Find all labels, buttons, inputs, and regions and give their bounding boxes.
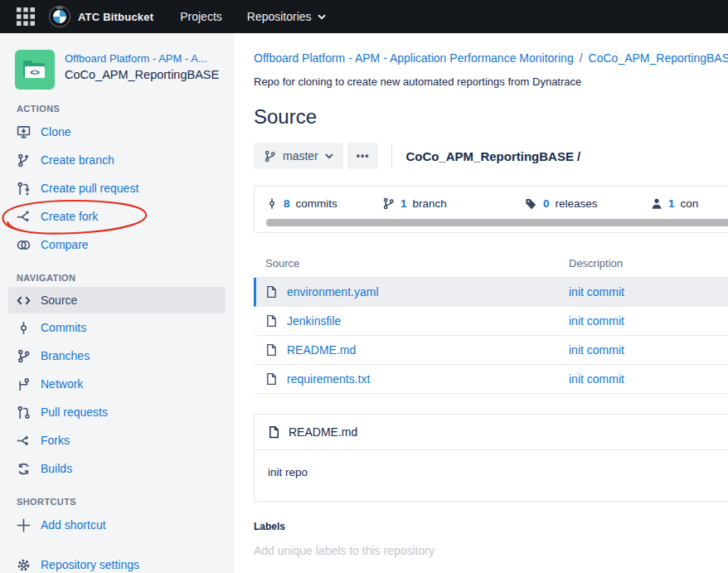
network-icon <box>17 377 31 391</box>
code-icon <box>17 294 31 308</box>
nav-repositories[interactable]: Repositories <box>247 10 326 23</box>
file-icon <box>265 285 278 299</box>
readme-header: README.md <box>255 415 728 450</box>
commit-message-link[interactable]: init commit <box>569 285 624 299</box>
nav-source[interactable]: Source <box>8 287 226 313</box>
file-link[interactable]: environment.yaml <box>287 285 379 299</box>
chevron-down-icon <box>325 153 333 159</box>
navigation-section-title: NAVIGATION <box>0 273 234 283</box>
horizontal-scrollbar[interactable] <box>266 219 728 226</box>
svg-text:BMW: BMW <box>56 7 63 10</box>
top-navigation-bar: BMW ATC Bitbucket Projects Repositories <box>0 0 728 33</box>
file-icon <box>265 343 278 357</box>
action-create-fork[interactable]: Create fork <box>0 202 234 231</box>
commit-message-link[interactable]: init commit <box>569 343 624 357</box>
forks-icon <box>17 434 31 448</box>
nav-builds[interactable]: Builds <box>0 454 234 483</box>
builds-icon <box>17 462 31 476</box>
branch-icon <box>264 150 276 163</box>
repository-settings[interactable]: Repository settings <box>0 551 234 573</box>
repo-stats-panel: 8commits 1branch 0releases 1con <box>254 186 728 233</box>
commit-icon <box>266 197 278 210</box>
toolbar-divider <box>391 143 392 168</box>
tag-icon <box>525 197 537 210</box>
file-icon <box>268 425 280 439</box>
column-description: Description <box>569 257 728 270</box>
bmw-logo-icon: BMW <box>49 6 70 27</box>
breadcrumb: Offboard Platform - APM - Application Pe… <box>254 51 728 65</box>
create-pull-request-icon <box>17 182 31 196</box>
stat-releases[interactable]: 0releases <box>525 197 651 210</box>
repo-avatar: <> <box>15 50 55 90</box>
branch-selector-button[interactable]: master <box>254 143 343 169</box>
nav-pull-requests[interactable]: Pull requests <box>0 398 234 426</box>
stat-branches[interactable]: 1branch <box>382 197 525 210</box>
commits-icon <box>17 321 31 335</box>
readme-filename[interactable]: README.md <box>289 425 357 439</box>
sidebar: <> Offboard Platform - APM - A... CoCo_A… <box>0 33 234 573</box>
breadcrumb-project-link[interactable]: Offboard Platform - APM - Application Pe… <box>254 51 574 65</box>
repo-name: CoCo_APM_ReportingBASE <box>65 68 219 81</box>
table-row[interactable]: Jenkinsfile init commit <box>254 307 728 336</box>
main-content: Offboard Platform - APM - Application Pe… <box>234 33 728 573</box>
file-icon <box>265 372 278 386</box>
labels-placeholder[interactable]: Add unique labels to this repository <box>254 544 728 557</box>
stat-commits[interactable]: 8commits <box>266 197 382 210</box>
nav-forks[interactable]: Forks <box>0 426 234 454</box>
nav-commits[interactable]: Commits <box>0 313 234 342</box>
plus-icon <box>17 518 31 532</box>
page-title: Source <box>254 105 728 129</box>
more-actions-button[interactable]: ••• <box>347 143 379 169</box>
table-row[interactable]: environment.yaml init commit <box>254 278 728 307</box>
table-header: Source Description <box>254 252 728 278</box>
project-link[interactable]: Offboard Platform - APM - A... <box>65 52 219 65</box>
pull-requests-icon <box>17 405 31 420</box>
actions-section-title: ACTIONS <box>0 104 234 114</box>
create-branch-icon <box>17 153 31 168</box>
action-create-branch[interactable]: Create branch <box>0 146 234 174</box>
commit-message-link[interactable]: init commit <box>569 314 624 328</box>
shortcuts-section-title: SHORTCUTS <box>0 497 234 507</box>
table-row[interactable]: requirements.txt init commit <box>254 365 728 394</box>
repo-header: <> Offboard Platform - APM - A... CoCo_A… <box>0 33 234 90</box>
action-clone[interactable]: Clone <box>0 118 234 146</box>
file-link[interactable]: README.md <box>287 343 356 357</box>
file-browser-table: Source Description environment.yaml init… <box>254 252 728 394</box>
file-link[interactable]: Jenkinsfile <box>287 314 341 328</box>
product-name: ATC Bitbucket <box>78 11 153 23</box>
file-icon <box>265 314 278 328</box>
readme-content: init repo <box>255 450 728 501</box>
gear-icon <box>17 558 31 572</box>
create-fork-icon <box>17 210 31 224</box>
action-compare[interactable]: Compare <box>0 231 234 259</box>
svg-text:<>: <> <box>30 68 40 77</box>
branches-icon <box>17 349 31 363</box>
readme-panel: README.md init repo <box>254 414 728 502</box>
person-icon <box>651 197 662 210</box>
repo-description: Repo for cloning to create new automated… <box>254 75 728 88</box>
nav-projects[interactable]: Projects <box>180 10 222 23</box>
compare-icon <box>17 238 31 252</box>
column-source: Source <box>265 257 569 270</box>
nav-branches[interactable]: Branches <box>0 342 234 370</box>
app-switcher-icon[interactable] <box>17 7 35 26</box>
breadcrumb-separator: / <box>580 51 583 65</box>
add-shortcut[interactable]: Add shortcut <box>0 511 234 539</box>
commit-message-link[interactable]: init commit <box>569 372 624 386</box>
current-path: CoCo_APM_ReportingBASE / <box>405 149 580 163</box>
branch-icon <box>382 197 395 210</box>
nav-network[interactable]: Network <box>0 370 234 398</box>
breadcrumb-repo-link[interactable]: CoCo_APM_ReportingBASE <box>589 51 728 65</box>
stat-contributors[interactable]: 1con <box>651 197 698 210</box>
labels-title: Labels <box>254 521 728 532</box>
source-toolbar: master ••• CoCo_APM_ReportingBASE / <box>254 143 728 169</box>
labels-section: Labels Add unique labels to this reposit… <box>254 521 728 557</box>
clone-icon <box>17 125 31 139</box>
action-create-pull-request[interactable]: Create pull request <box>0 174 234 202</box>
table-row[interactable]: README.md init commit <box>254 336 728 365</box>
chevron-down-icon <box>318 14 326 20</box>
file-link[interactable]: requirements.txt <box>287 372 370 386</box>
